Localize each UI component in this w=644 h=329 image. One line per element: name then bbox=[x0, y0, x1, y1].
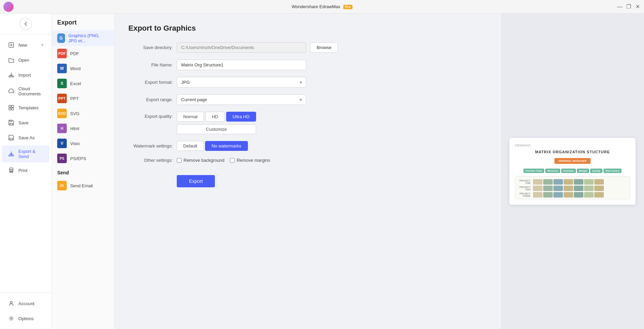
export-item-pseps[interactable]: PS PS/EPS bbox=[52, 151, 114, 166]
save-directory-input[interactable] bbox=[177, 42, 306, 53]
import-icon bbox=[7, 71, 15, 79]
export-item-excel[interactable]: X Excel bbox=[52, 76, 114, 91]
html-icon: H bbox=[57, 124, 67, 133]
cell bbox=[594, 186, 604, 191]
sidebar-item-options-label: Options bbox=[18, 316, 34, 321]
export-range-select[interactable]: Current page All pages Selected pages bbox=[177, 94, 306, 105]
back-button[interactable] bbox=[20, 18, 32, 30]
svg-rect-11 bbox=[10, 138, 13, 140]
sidebar-item-new[interactable]: New + bbox=[2, 38, 49, 52]
export-item-visio-label: Visio bbox=[70, 141, 80, 146]
export-item-pdf[interactable]: PDF PDF bbox=[52, 46, 114, 61]
cell bbox=[553, 192, 563, 198]
quality-normal-button[interactable]: Normal bbox=[177, 112, 204, 122]
titlebar: Wondershare EdrawMax Pro — ❐ ✕ bbox=[0, 0, 644, 14]
cell bbox=[584, 179, 594, 185]
preview-card: edrawmax MATRIX ORGANIZATION STUCTURE GE… bbox=[509, 138, 635, 205]
window-controls[interactable]: — ❐ ✕ bbox=[617, 4, 641, 10]
export-item-word-label: Word bbox=[70, 66, 81, 71]
cell bbox=[594, 179, 604, 185]
watermark-none-button[interactable]: No watermarks bbox=[205, 141, 248, 151]
other-settings-row: Other settings: Remove background Remove… bbox=[128, 158, 487, 163]
app-title: Wondershare EdrawMax Pro bbox=[292, 4, 352, 9]
export-item-excel-label: Excel bbox=[70, 81, 81, 86]
sidebar-item-print-label: Print bbox=[18, 168, 28, 173]
export-item-word[interactable]: W Word bbox=[52, 61, 114, 76]
file-name-label: File Name: bbox=[128, 62, 173, 67]
sidebar-item-print[interactable]: Print bbox=[2, 163, 49, 177]
pseps-icon: PS bbox=[57, 154, 67, 163]
svg-rect-6 bbox=[12, 105, 14, 107]
remove-margins-checkbox[interactable]: Remove margins bbox=[230, 158, 270, 163]
watermark-buttons: Default No watermarks bbox=[177, 141, 248, 151]
preview-chart-title: MATRIX ORGANIZATION STUCTURE bbox=[515, 150, 630, 154]
sidebar-item-account[interactable]: Account bbox=[2, 296, 49, 311]
mail-icon: ✉ bbox=[57, 181, 67, 190]
ppt-icon: PPT bbox=[57, 94, 67, 103]
export-format-select[interactable]: JPG PNG BMP GIF TIFF SVG bbox=[177, 77, 306, 88]
save-directory-control bbox=[177, 42, 306, 53]
save-icon bbox=[7, 119, 15, 126]
export-icon bbox=[7, 150, 15, 158]
project-cells-2 bbox=[533, 192, 604, 198]
remove-background-checkbox[interactable]: Remove background bbox=[177, 158, 224, 163]
org-chart: GENERAL MANAGER Function Team Resource S… bbox=[515, 158, 630, 199]
cell bbox=[564, 186, 573, 191]
export-item-sendemail[interactable]: ✉ Send Email bbox=[52, 178, 114, 193]
sidebar-item-saveas-label: Save As bbox=[18, 135, 35, 140]
cell bbox=[543, 192, 553, 198]
save-directory-label: Save directory: bbox=[128, 45, 173, 50]
close-button[interactable]: ✕ bbox=[634, 4, 641, 10]
print-icon bbox=[7, 167, 15, 174]
sub-box-4: Quality bbox=[590, 169, 602, 173]
project-row-2: PROJECT THREE bbox=[517, 192, 628, 198]
sidebar-item-export[interactable]: Export & Send bbox=[2, 145, 49, 162]
export-button-row: Export bbox=[128, 170, 487, 187]
sidebar-item-save-label: Save bbox=[18, 120, 29, 125]
customize-button[interactable]: Customize bbox=[177, 124, 256, 134]
visio-icon: V bbox=[57, 139, 67, 148]
sidebar: New + Open Import Cloud Documents bbox=[0, 14, 52, 329]
quality-ultrahd-button[interactable]: Ultra HD bbox=[226, 112, 256, 122]
remove-background-input[interactable] bbox=[177, 158, 182, 163]
minimize-button[interactable]: — bbox=[617, 4, 623, 10]
sidebar-item-options[interactable]: Options bbox=[2, 311, 49, 326]
export-item-ppt[interactable]: PPT PPT bbox=[52, 91, 114, 106]
export-item-pdf-label: PDF bbox=[70, 51, 79, 56]
svg-point-16 bbox=[10, 301, 12, 303]
project-label-0: PROJECT ONE bbox=[517, 179, 532, 184]
export-button[interactable]: Export bbox=[177, 175, 215, 187]
watermark-default-button[interactable]: Default bbox=[177, 141, 204, 151]
sidebar-item-save[interactable]: Save bbox=[2, 115, 49, 130]
cell bbox=[574, 179, 583, 185]
account-icon bbox=[7, 300, 15, 307]
project-cells-1 bbox=[533, 186, 604, 191]
export-item-svg[interactable]: SVG SVG bbox=[52, 106, 114, 121]
sidebar-item-cloud[interactable]: Cloud Documents bbox=[2, 83, 49, 100]
export-item-graphics[interactable]: G Graphics (PNG, JPG et... bbox=[52, 30, 114, 46]
export-item-html[interactable]: H Html bbox=[52, 121, 114, 136]
sidebar-item-account-label: Account bbox=[18, 301, 34, 306]
quality-hd-button[interactable]: HD bbox=[205, 112, 225, 122]
export-item-graphics-label: Graphics (PNG, JPG et... bbox=[68, 33, 109, 43]
cell bbox=[533, 192, 543, 198]
main-layout: New + Open Import Cloud Documents bbox=[0, 14, 644, 329]
avatar bbox=[3, 2, 14, 12]
pdf-icon: PDF bbox=[57, 49, 67, 58]
sidebar-item-import[interactable]: Import bbox=[2, 68, 49, 82]
maximize-button[interactable]: ❐ bbox=[626, 4, 632, 10]
remove-margins-input[interactable] bbox=[230, 158, 235, 163]
sidebar-item-open[interactable]: Open bbox=[2, 53, 49, 67]
sidebar-item-templates[interactable]: Templates bbox=[2, 100, 49, 115]
export-item-visio[interactable]: V Visio bbox=[52, 136, 114, 151]
sub-box-1: Resource bbox=[545, 169, 560, 173]
sidebar-item-export-label: Export & Send bbox=[18, 149, 44, 159]
svg-rect-9 bbox=[10, 123, 13, 125]
projects-container: PROJECT ONE PROJECT TWO bbox=[515, 176, 630, 199]
cell bbox=[564, 179, 573, 185]
sidebar-item-saveas[interactable]: Save As bbox=[2, 130, 49, 145]
file-name-input[interactable] bbox=[177, 60, 306, 70]
cell bbox=[533, 186, 543, 191]
browse-button[interactable]: Browse bbox=[310, 42, 338, 53]
open-icon bbox=[7, 56, 15, 64]
